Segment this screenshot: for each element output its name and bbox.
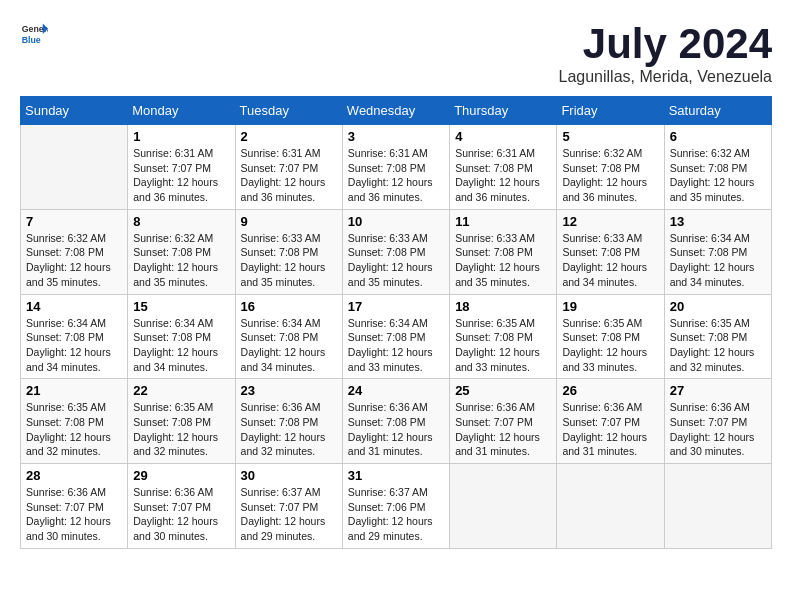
day-cell: 23Sunrise: 6:36 AMSunset: 7:08 PMDayligh… [235, 379, 342, 464]
header: General Blue July 2024 Lagunillas, Merid… [20, 20, 772, 86]
day-cell: 24Sunrise: 6:36 AMSunset: 7:08 PMDayligh… [342, 379, 449, 464]
day-info: Sunrise: 6:36 AMSunset: 7:08 PMDaylight:… [241, 400, 337, 459]
calendar-header: SundayMondayTuesdayWednesdayThursdayFrid… [21, 97, 772, 125]
day-number: 7 [26, 214, 122, 229]
calendar-body: 1Sunrise: 6:31 AMSunset: 7:07 PMDaylight… [21, 125, 772, 549]
day-info: Sunrise: 6:33 AMSunset: 7:08 PMDaylight:… [241, 231, 337, 290]
header-cell-sunday: Sunday [21, 97, 128, 125]
day-cell: 16Sunrise: 6:34 AMSunset: 7:08 PMDayligh… [235, 294, 342, 379]
day-info: Sunrise: 6:32 AMSunset: 7:08 PMDaylight:… [562, 146, 658, 205]
day-number: 15 [133, 299, 229, 314]
day-cell: 13Sunrise: 6:34 AMSunset: 7:08 PMDayligh… [664, 209, 771, 294]
day-cell: 25Sunrise: 6:36 AMSunset: 7:07 PMDayligh… [450, 379, 557, 464]
header-cell-wednesday: Wednesday [342, 97, 449, 125]
day-number: 26 [562, 383, 658, 398]
header-cell-friday: Friday [557, 97, 664, 125]
day-number: 10 [348, 214, 444, 229]
day-cell [450, 464, 557, 549]
day-cell: 29Sunrise: 6:36 AMSunset: 7:07 PMDayligh… [128, 464, 235, 549]
day-info: Sunrise: 6:33 AMSunset: 7:08 PMDaylight:… [455, 231, 551, 290]
day-cell: 17Sunrise: 6:34 AMSunset: 7:08 PMDayligh… [342, 294, 449, 379]
day-cell [557, 464, 664, 549]
day-cell: 9Sunrise: 6:33 AMSunset: 7:08 PMDaylight… [235, 209, 342, 294]
day-number: 4 [455, 129, 551, 144]
day-number: 28 [26, 468, 122, 483]
day-info: Sunrise: 6:36 AMSunset: 7:07 PMDaylight:… [562, 400, 658, 459]
day-info: Sunrise: 6:32 AMSunset: 7:08 PMDaylight:… [133, 231, 229, 290]
day-cell: 12Sunrise: 6:33 AMSunset: 7:08 PMDayligh… [557, 209, 664, 294]
day-info: Sunrise: 6:31 AMSunset: 7:07 PMDaylight:… [241, 146, 337, 205]
logo: General Blue [20, 20, 48, 48]
day-number: 13 [670, 214, 766, 229]
day-info: Sunrise: 6:36 AMSunset: 7:08 PMDaylight:… [348, 400, 444, 459]
day-number: 20 [670, 299, 766, 314]
day-number: 11 [455, 214, 551, 229]
day-cell: 11Sunrise: 6:33 AMSunset: 7:08 PMDayligh… [450, 209, 557, 294]
day-number: 22 [133, 383, 229, 398]
day-number: 17 [348, 299, 444, 314]
day-info: Sunrise: 6:34 AMSunset: 7:08 PMDaylight:… [670, 231, 766, 290]
day-cell: 28Sunrise: 6:36 AMSunset: 7:07 PMDayligh… [21, 464, 128, 549]
day-number: 8 [133, 214, 229, 229]
logo-icon: General Blue [20, 20, 48, 48]
week-row-2: 7Sunrise: 6:32 AMSunset: 7:08 PMDaylight… [21, 209, 772, 294]
day-cell: 2Sunrise: 6:31 AMSunset: 7:07 PMDaylight… [235, 125, 342, 210]
day-cell: 21Sunrise: 6:35 AMSunset: 7:08 PMDayligh… [21, 379, 128, 464]
day-info: Sunrise: 6:35 AMSunset: 7:08 PMDaylight:… [26, 400, 122, 459]
day-cell: 10Sunrise: 6:33 AMSunset: 7:08 PMDayligh… [342, 209, 449, 294]
main-title: July 2024 [559, 20, 772, 68]
subtitle: Lagunillas, Merida, Venezuela [559, 68, 772, 86]
day-cell: 31Sunrise: 6:37 AMSunset: 7:06 PMDayligh… [342, 464, 449, 549]
day-number: 29 [133, 468, 229, 483]
day-number: 5 [562, 129, 658, 144]
day-info: Sunrise: 6:34 AMSunset: 7:08 PMDaylight:… [26, 316, 122, 375]
day-number: 31 [348, 468, 444, 483]
day-info: Sunrise: 6:36 AMSunset: 7:07 PMDaylight:… [670, 400, 766, 459]
day-cell: 22Sunrise: 6:35 AMSunset: 7:08 PMDayligh… [128, 379, 235, 464]
svg-text:Blue: Blue [22, 35, 41, 45]
day-cell [21, 125, 128, 210]
day-number: 24 [348, 383, 444, 398]
day-info: Sunrise: 6:34 AMSunset: 7:08 PMDaylight:… [133, 316, 229, 375]
day-cell: 20Sunrise: 6:35 AMSunset: 7:08 PMDayligh… [664, 294, 771, 379]
day-cell: 18Sunrise: 6:35 AMSunset: 7:08 PMDayligh… [450, 294, 557, 379]
day-number: 16 [241, 299, 337, 314]
day-info: Sunrise: 6:34 AMSunset: 7:08 PMDaylight:… [348, 316, 444, 375]
day-cell: 14Sunrise: 6:34 AMSunset: 7:08 PMDayligh… [21, 294, 128, 379]
day-number: 18 [455, 299, 551, 314]
day-info: Sunrise: 6:32 AMSunset: 7:08 PMDaylight:… [670, 146, 766, 205]
day-number: 27 [670, 383, 766, 398]
day-number: 14 [26, 299, 122, 314]
day-cell: 1Sunrise: 6:31 AMSunset: 7:07 PMDaylight… [128, 125, 235, 210]
day-cell: 6Sunrise: 6:32 AMSunset: 7:08 PMDaylight… [664, 125, 771, 210]
day-info: Sunrise: 6:31 AMSunset: 7:08 PMDaylight:… [348, 146, 444, 205]
day-info: Sunrise: 6:36 AMSunset: 7:07 PMDaylight:… [455, 400, 551, 459]
day-cell: 27Sunrise: 6:36 AMSunset: 7:07 PMDayligh… [664, 379, 771, 464]
day-number: 25 [455, 383, 551, 398]
day-number: 12 [562, 214, 658, 229]
day-cell: 15Sunrise: 6:34 AMSunset: 7:08 PMDayligh… [128, 294, 235, 379]
day-number: 2 [241, 129, 337, 144]
header-cell-thursday: Thursday [450, 97, 557, 125]
calendar-table: SundayMondayTuesdayWednesdayThursdayFrid… [20, 96, 772, 549]
day-number: 21 [26, 383, 122, 398]
day-info: Sunrise: 6:36 AMSunset: 7:07 PMDaylight:… [26, 485, 122, 544]
day-info: Sunrise: 6:35 AMSunset: 7:08 PMDaylight:… [562, 316, 658, 375]
day-info: Sunrise: 6:35 AMSunset: 7:08 PMDaylight:… [133, 400, 229, 459]
day-cell: 26Sunrise: 6:36 AMSunset: 7:07 PMDayligh… [557, 379, 664, 464]
day-info: Sunrise: 6:35 AMSunset: 7:08 PMDaylight:… [670, 316, 766, 375]
day-number: 9 [241, 214, 337, 229]
day-number: 23 [241, 383, 337, 398]
day-info: Sunrise: 6:33 AMSunset: 7:08 PMDaylight:… [562, 231, 658, 290]
day-info: Sunrise: 6:31 AMSunset: 7:07 PMDaylight:… [133, 146, 229, 205]
day-cell: 4Sunrise: 6:31 AMSunset: 7:08 PMDaylight… [450, 125, 557, 210]
day-cell: 19Sunrise: 6:35 AMSunset: 7:08 PMDayligh… [557, 294, 664, 379]
day-number: 3 [348, 129, 444, 144]
week-row-1: 1Sunrise: 6:31 AMSunset: 7:07 PMDaylight… [21, 125, 772, 210]
day-info: Sunrise: 6:37 AMSunset: 7:06 PMDaylight:… [348, 485, 444, 544]
header-cell-tuesday: Tuesday [235, 97, 342, 125]
day-info: Sunrise: 6:34 AMSunset: 7:08 PMDaylight:… [241, 316, 337, 375]
week-row-4: 21Sunrise: 6:35 AMSunset: 7:08 PMDayligh… [21, 379, 772, 464]
day-cell [664, 464, 771, 549]
week-row-3: 14Sunrise: 6:34 AMSunset: 7:08 PMDayligh… [21, 294, 772, 379]
